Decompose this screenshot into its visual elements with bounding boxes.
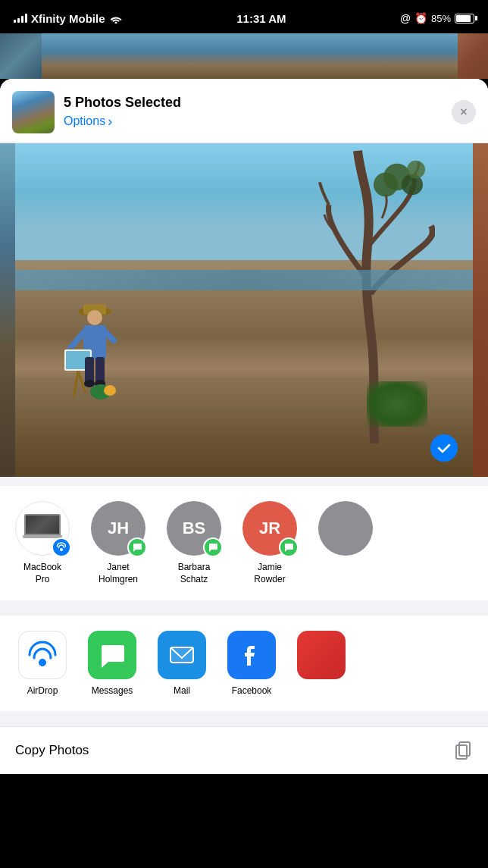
signal-bar-3 bbox=[21, 16, 23, 23]
message-badge-icon-jr bbox=[283, 542, 294, 553]
people-row: MacBookPro JH JanetHolmgren BS bbox=[0, 486, 488, 600]
person-janet-holmgren[interactable]: JH JanetHolmgren bbox=[88, 501, 149, 585]
person-jamie-rowder[interactable]: JR JamieRowder bbox=[239, 501, 300, 585]
photo-main bbox=[15, 143, 473, 477]
person-hidden[interactable] bbox=[315, 501, 376, 585]
airdrop-badge-icon bbox=[56, 542, 67, 553]
hidden-app-icon bbox=[297, 631, 346, 679]
message-badge-jr bbox=[279, 537, 299, 557]
app-messages[interactable]: Messages bbox=[82, 631, 142, 696]
message-badge-icon-bs bbox=[208, 542, 218, 553]
checkmark-badge bbox=[430, 434, 458, 462]
share-thumbnail bbox=[12, 91, 55, 133]
battery-fill bbox=[456, 15, 471, 22]
facebook-app-label: Facebook bbox=[232, 685, 272, 696]
status-right: @ ⏰ 85% bbox=[400, 12, 474, 24]
river bbox=[15, 270, 473, 290]
painter-figure bbox=[57, 295, 133, 416]
messages-icon-svg bbox=[98, 641, 127, 669]
copy-icon bbox=[453, 741, 473, 760]
svg-rect-15 bbox=[85, 357, 94, 384]
carrier-name: Xfinity Mobile bbox=[31, 12, 105, 25]
photo-strip bbox=[0, 33, 488, 79]
photo-strip-right bbox=[458, 33, 488, 79]
preview-left-strip bbox=[0, 143, 15, 477]
app-facebook[interactable]: Facebook bbox=[221, 631, 282, 696]
svg-line-12 bbox=[78, 371, 86, 393]
share-header: 5 Photos Selected Options › × bbox=[0, 79, 488, 143]
battery-percent: 85% bbox=[431, 13, 451, 24]
app-mail[interactable]: Mail bbox=[152, 631, 212, 696]
app-airdrop[interactable]: AirDrop bbox=[12, 631, 73, 696]
svg-point-2 bbox=[374, 173, 398, 197]
preview-right-strip bbox=[473, 143, 488, 477]
status-left: Xfinity Mobile bbox=[14, 12, 123, 25]
svg-point-17 bbox=[84, 380, 95, 387]
svg-point-6 bbox=[87, 310, 102, 325]
svg-point-22 bbox=[39, 659, 46, 666]
signal-bar-2 bbox=[17, 18, 20, 23]
avatar-hidden bbox=[318, 501, 373, 556]
share-options-button[interactable]: Options › bbox=[64, 114, 452, 130]
message-badge-bs bbox=[203, 537, 223, 557]
signal-bar-4 bbox=[25, 14, 27, 23]
avatar-wrap-bs: BS bbox=[167, 501, 221, 556]
options-label: Options bbox=[64, 114, 105, 128]
checkmark-icon bbox=[436, 440, 452, 456]
person-name-bs: BarbaraSchatz bbox=[178, 562, 211, 585]
svg-rect-25 bbox=[459, 742, 470, 756]
macbook-screen bbox=[24, 514, 61, 535]
photo-preview bbox=[0, 143, 488, 477]
share-info: 5 Photos Selected Options › bbox=[64, 95, 452, 130]
app-hidden[interactable] bbox=[291, 631, 352, 696]
svg-line-9 bbox=[106, 333, 114, 340]
svg-line-11 bbox=[74, 371, 78, 397]
section-gap-1 bbox=[0, 477, 488, 486]
at-icon: @ bbox=[400, 12, 411, 24]
section-gap-2 bbox=[0, 600, 488, 609]
message-badge-jh bbox=[127, 537, 147, 557]
close-button[interactable]: × bbox=[452, 100, 476, 124]
copy-photos-label: Copy Photos bbox=[15, 743, 89, 758]
copy-photos-row[interactable]: Copy Photos bbox=[0, 726, 488, 774]
airdrop-icon-svg bbox=[27, 640, 58, 670]
person-barbara-schatz[interactable]: BS BarbaraSchatz bbox=[164, 501, 224, 585]
facebook-app-icon bbox=[227, 631, 276, 679]
svg-point-3 bbox=[407, 161, 425, 179]
mail-icon-svg bbox=[167, 641, 196, 669]
options-chevron: › bbox=[108, 114, 112, 130]
apps-row: AirDrop Messages Mail bbox=[0, 616, 488, 711]
person-name-jh: JanetHolmgren bbox=[99, 562, 138, 585]
messages-app-icon bbox=[88, 631, 136, 679]
share-title: 5 Photos Selected bbox=[64, 95, 452, 111]
person-macbook-pro[interactable]: MacBookPro bbox=[12, 501, 73, 585]
facebook-icon-svg bbox=[237, 641, 266, 669]
avatar-wrap-hidden bbox=[318, 501, 373, 556]
signal-bar-1 bbox=[14, 20, 16, 23]
person-name-jr: JamieRowder bbox=[254, 562, 285, 585]
airdrop-badge-macbook bbox=[52, 537, 71, 557]
mail-app-label: Mail bbox=[174, 685, 190, 696]
status-time: 11:31 AM bbox=[236, 12, 286, 25]
svg-rect-16 bbox=[95, 357, 105, 384]
wifi-icon bbox=[109, 13, 123, 24]
svg-line-8 bbox=[70, 333, 83, 348]
share-thumbnail-image bbox=[12, 91, 55, 133]
signal-bars bbox=[14, 14, 27, 23]
photo-strip-center bbox=[42, 33, 458, 79]
mail-app-icon bbox=[158, 631, 206, 679]
svg-rect-26 bbox=[456, 745, 467, 759]
message-badge-icon-jh bbox=[132, 542, 142, 553]
section-gap-3 bbox=[0, 711, 488, 720]
airdrop-app-label: AirDrop bbox=[27, 685, 58, 696]
svg-point-20 bbox=[104, 385, 116, 396]
bush-right bbox=[367, 381, 427, 427]
share-sheet: 5 Photos Selected Options › × bbox=[0, 79, 488, 774]
avatar-wrap-jr: JR bbox=[242, 501, 297, 556]
person-name-macbook: MacBookPro bbox=[23, 562, 61, 585]
alarm-icon: ⏰ bbox=[414, 12, 427, 24]
battery-icon bbox=[455, 14, 474, 24]
airdrop-app-icon bbox=[18, 631, 67, 679]
messages-app-label: Messages bbox=[92, 685, 133, 696]
svg-point-21 bbox=[60, 548, 63, 551]
